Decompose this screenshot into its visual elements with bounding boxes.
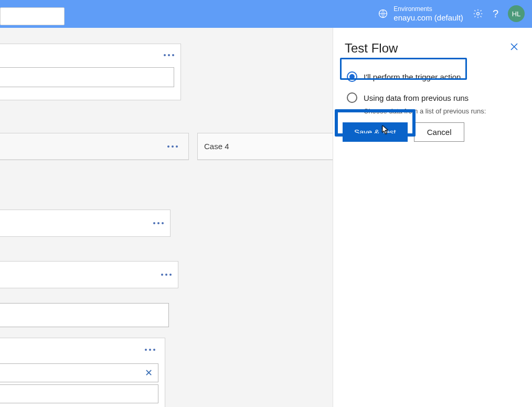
radio-previous-runs[interactable]: Using data from previous runs bbox=[345, 87, 520, 108]
card-title: Case 4 bbox=[204, 142, 229, 151]
close-icon[interactable]: ✕ bbox=[145, 367, 153, 379]
save-test-button[interactable]: Save & Test bbox=[343, 122, 408, 142]
avatar[interactable]: HL bbox=[508, 5, 525, 22]
ellipsis-icon[interactable] bbox=[167, 145, 178, 148]
flow-card[interactable] bbox=[0, 133, 189, 160]
cancel-button[interactable]: Cancel bbox=[414, 122, 465, 142]
app-header: Environments enayu.com (default) ? HL bbox=[0, 0, 532, 28]
svg-point-1 bbox=[476, 13, 479, 15]
radio-perform-trigger[interactable]: I'll perform the trigger action bbox=[345, 66, 520, 87]
radio-label: Using data from previous runs bbox=[364, 93, 469, 102]
panel-title: Test Flow bbox=[345, 41, 398, 56]
text-input[interactable] bbox=[0, 67, 174, 87]
flow-card[interactable]: ✕ bbox=[0, 338, 165, 407]
gear-icon[interactable] bbox=[473, 8, 483, 19]
panel-button-row: Save & Test Cancel bbox=[343, 122, 520, 142]
help-icon[interactable]: ? bbox=[493, 8, 498, 20]
text-input[interactable] bbox=[0, 384, 158, 403]
header-right-group: Environments enayu.com (default) ? HL bbox=[378, 5, 532, 22]
flow-card-case4[interactable]: Case 4 bbox=[197, 133, 333, 160]
environment-label: Environments bbox=[393, 5, 463, 13]
flow-card[interactable] bbox=[0, 210, 171, 237]
flow-card[interactable] bbox=[0, 261, 178, 288]
close-icon[interactable] bbox=[508, 40, 520, 56]
radio-icon[interactable] bbox=[347, 71, 357, 82]
hint-text: Choose data from a list of previous runs… bbox=[364, 107, 520, 115]
text-input[interactable] bbox=[0, 303, 169, 327]
ellipsis-icon[interactable] bbox=[145, 349, 155, 351]
radio-label: I'll perform the trigger action bbox=[364, 72, 461, 81]
flow-card[interactable] bbox=[0, 44, 181, 100]
ellipsis-icon[interactable] bbox=[164, 54, 174, 56]
radio-icon[interactable] bbox=[347, 92, 357, 103]
ellipsis-icon[interactable] bbox=[153, 222, 164, 224]
search-input[interactable] bbox=[0, 7, 65, 25]
globe-icon bbox=[378, 8, 388, 19]
environment-switcher[interactable]: Environments enayu.com (default) bbox=[378, 5, 463, 22]
avatar-initials: HL bbox=[512, 10, 521, 18]
ellipsis-icon[interactable] bbox=[161, 274, 172, 276]
text-input[interactable]: ✕ bbox=[0, 363, 158, 382]
test-flow-panel: Test Flow I'll perform the trigger actio… bbox=[333, 28, 532, 407]
environment-name: enayu.com (default) bbox=[393, 13, 463, 23]
flow-canvas[interactable]: Case 4 ✕ bbox=[0, 28, 333, 407]
